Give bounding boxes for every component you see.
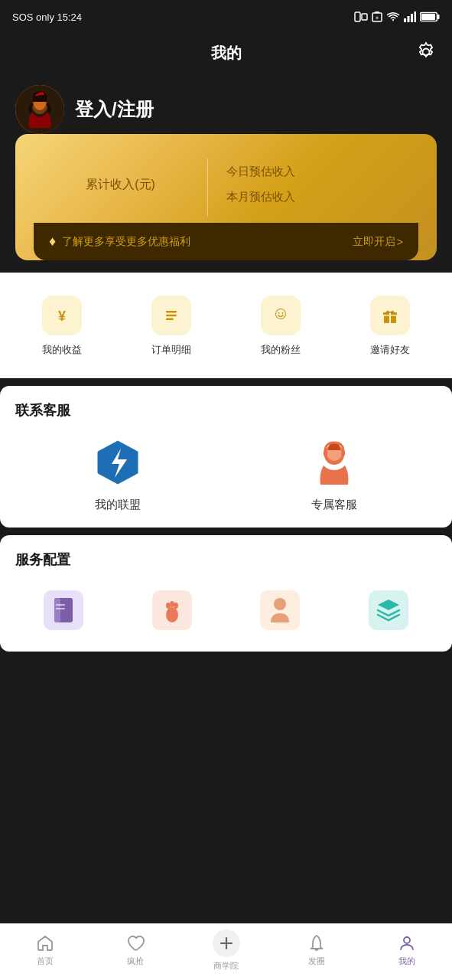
- page-title: 我的: [211, 43, 242, 64]
- earnings-left: 累计收入(元): [34, 152, 207, 223]
- action-label-fans: 我的粉丝: [261, 343, 301, 357]
- svg-rect-30: [383, 315, 397, 316]
- promo-text: 了解更多享受更多优惠福利: [62, 235, 190, 249]
- nav-moments[interactable]: 发圈: [272, 924, 362, 980]
- month-label: 本月预估收入: [226, 190, 295, 204]
- nav-home[interactable]: 首页: [0, 924, 90, 980]
- service-item-book[interactable]: [15, 590, 112, 630]
- action-fans[interactable]: 我的粉丝: [226, 288, 336, 363]
- nav-mine[interactable]: 我的: [362, 924, 452, 980]
- action-icon-orders-bg: [151, 296, 191, 335]
- svg-rect-10: [421, 14, 435, 20]
- svg-rect-1: [362, 14, 367, 20]
- svg-rect-41: [56, 608, 65, 609]
- list-icon: [160, 304, 183, 327]
- bell-icon: [307, 934, 326, 952]
- alliance-icon: [90, 435, 145, 490]
- nav-flash-label: 疯抢: [127, 956, 144, 967]
- action-icon-earnings-bg: ¥: [42, 296, 82, 335]
- svg-text:+: +: [376, 15, 379, 21]
- person-icon: [260, 590, 300, 630]
- action-invite[interactable]: 邀请好友: [335, 288, 444, 363]
- svg-rect-20: [166, 318, 174, 321]
- service-item-layers[interactable]: [340, 590, 437, 630]
- promo-bar[interactable]: ♦ 了解更多享受更多优惠福利 立即开启 >: [34, 223, 418, 260]
- earnings-top: 累计收入(元) 今日预估收入 本月预估收入: [34, 152, 418, 223]
- nav-home-label: 首页: [37, 956, 54, 967]
- service-icon: [307, 435, 362, 490]
- svg-rect-39: [54, 598, 60, 622]
- nfc-icon: [354, 11, 368, 22]
- contact-section: 联系客服 我的联盟: [0, 386, 452, 528]
- book-icon: [44, 590, 83, 630]
- promo-action[interactable]: 立即开启 >: [353, 235, 403, 249]
- foot-icon: [152, 590, 192, 630]
- svg-rect-6: [408, 16, 410, 22]
- nav-academy-label: 商学院: [213, 960, 239, 972]
- service-item-foot[interactable]: [124, 590, 220, 630]
- svg-point-50: [404, 937, 410, 943]
- service-grid: [15, 584, 437, 636]
- avatar-image: [15, 85, 64, 134]
- svg-rect-19: [166, 315, 177, 317]
- quick-actions: ¥ 我的收益 订单明细: [0, 273, 452, 378]
- alliance-label: 我的联盟: [95, 498, 141, 512]
- status-right: +: [354, 11, 440, 23]
- svg-rect-36: [341, 450, 345, 456]
- action-icon-invite-wrap: [369, 294, 411, 337]
- svg-rect-3: [375, 11, 379, 13]
- status-left: SOS only 15:24: [12, 11, 82, 23]
- nav-academy-plus-wrap: [213, 929, 240, 957]
- action-icon-fans-wrap: [259, 294, 302, 337]
- earnings-right: 今日预估收入 本月预估收入: [208, 152, 418, 223]
- contact-service[interactable]: 专属客服: [233, 435, 437, 512]
- nav-academy[interactable]: 商学院: [180, 924, 271, 980]
- battery-saver-icon: +: [372, 11, 382, 23]
- service-label: 专属客服: [311, 498, 357, 512]
- svg-rect-7: [411, 14, 413, 22]
- bottom-nav: 首页 疯抢 商学院 发圈 我的: [0, 923, 452, 980]
- gear-icon: [415, 41, 437, 63]
- user-smile-icon: [269, 304, 292, 327]
- signal-icon: [404, 11, 416, 22]
- action-label-orders: 订单明细: [151, 343, 191, 357]
- svg-point-24: [278, 312, 279, 314]
- nav-moments-label: 发圈: [308, 956, 325, 967]
- svg-rect-8: [415, 11, 417, 22]
- svg-point-46: [174, 603, 178, 609]
- svg-rect-29: [389, 312, 391, 323]
- wifi-icon: [386, 11, 400, 22]
- service-item-person[interactable]: [233, 590, 329, 630]
- alliance-icon-wrap: [90, 435, 145, 490]
- svg-rect-18: [166, 311, 177, 313]
- settings-button[interactable]: [415, 41, 437, 66]
- action-icon-fans-bg: [261, 296, 301, 335]
- page-header: 我的: [0, 34, 452, 73]
- person-nav-icon: [398, 934, 416, 952]
- home-icon: [36, 934, 54, 952]
- nav-flash[interactable]: 疯抢: [90, 924, 180, 980]
- action-orders[interactable]: 订单明细: [117, 288, 226, 363]
- earnings-card: 累计收入(元) 今日预估收入 本月预估收入 ♦ 了解更多享受更多优惠福利 立即开…: [15, 134, 437, 273]
- service-title: 服务配置: [15, 550, 437, 569]
- service-icon-wrap: [307, 435, 362, 490]
- svg-rect-5: [404, 18, 406, 22]
- content-area: ¥ 我的收益 订单明细: [0, 273, 452, 720]
- svg-point-48: [274, 598, 286, 610]
- service-section: 服务配置: [0, 535, 452, 652]
- login-register-text[interactable]: 登入/注册: [75, 97, 154, 122]
- action-earnings[interactable]: ¥ 我的收益: [8, 288, 117, 363]
- avatar[interactable]: [15, 85, 64, 134]
- promo-icon: ♦: [49, 234, 56, 250]
- promo-left: ♦ 了解更多享受更多优惠福利: [49, 234, 190, 250]
- svg-rect-40: [56, 604, 65, 606]
- svg-rect-11: [437, 15, 440, 19]
- status-sos: SOS only 15:24: [12, 11, 82, 23]
- layers-icon: [369, 590, 408, 630]
- contact-alliance[interactable]: 我的联盟: [15, 435, 220, 512]
- today-label: 今日预估收入: [226, 165, 295, 179]
- status-bar: SOS only 15:24 +: [0, 0, 452, 34]
- plus-icon: [218, 935, 235, 952]
- user-profile[interactable]: 登入/注册: [0, 73, 452, 134]
- heart-icon: [126, 934, 145, 952]
